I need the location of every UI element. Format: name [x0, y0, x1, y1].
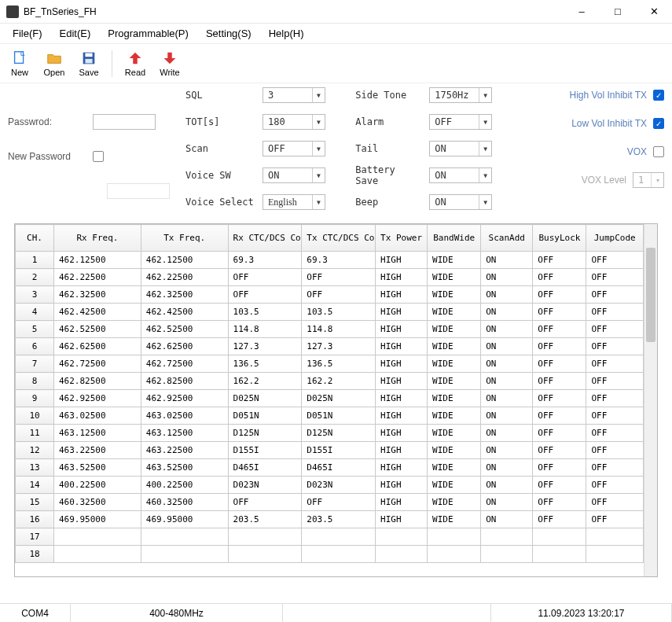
cell-tx-freq[interactable]: 462.82500: [141, 373, 228, 390]
cell-tx-code[interactable]: [302, 546, 376, 563]
save-button[interactable]: Save: [75, 50, 102, 77]
tail-combo[interactable]: ON▼: [429, 141, 492, 156]
cell-ch[interactable]: 3: [16, 286, 54, 304]
cell-busylock[interactable]: [533, 528, 586, 546]
col-tx-code[interactable]: Tx CTC/DCS Code: [302, 225, 376, 252]
cell-ch[interactable]: 1: [16, 252, 54, 269]
cell-jumpcode[interactable]: [586, 546, 644, 563]
cell-rx-code[interactable]: [228, 528, 302, 546]
cell-rx-freq[interactable]: 463.22500: [54, 442, 141, 459]
table-row[interactable]: 8462.82500462.82500162.2162.2HIGHWIDEONO…: [16, 373, 644, 390]
cell-tx-code[interactable]: 203.5: [302, 511, 376, 528]
cell-bandwide[interactable]: WIDE: [428, 442, 481, 459]
cell-tx-code[interactable]: 114.8: [302, 321, 376, 338]
cell-bandwide[interactable]: WIDE: [428, 494, 481, 511]
open-button[interactable]: Open: [41, 50, 68, 77]
cell-scanadd[interactable]: ON: [481, 425, 533, 442]
cell-busylock[interactable]: OFF: [533, 459, 586, 477]
cell-tx-code[interactable]: OFF: [302, 494, 376, 511]
cell-tx-power[interactable]: HIGH: [376, 442, 428, 459]
menu-programmable[interactable]: Programmable(P): [100, 25, 196, 42]
cell-tx-power[interactable]: HIGH: [376, 286, 428, 304]
menu-edit[interactable]: Edit(E): [52, 25, 99, 42]
cell-scanadd[interactable]: [481, 546, 533, 563]
cell-ch[interactable]: 8: [16, 373, 54, 390]
cell-rx-freq[interactable]: 462.52500: [54, 321, 141, 338]
table-row[interactable]: 7462.72500462.72500136.5136.5HIGHWIDEONO…: [16, 355, 644, 373]
cell-tx-power[interactable]: HIGH: [376, 269, 428, 286]
table-row[interactable]: 9462.92500462.92500D025ND025NHIGHWIDEONO…: [16, 390, 644, 407]
cell-rx-freq[interactable]: 462.42500: [54, 304, 141, 321]
cell-busylock[interactable]: OFF: [533, 477, 586, 494]
vox-checkbox[interactable]: [653, 146, 664, 157]
cell-rx-freq[interactable]: 462.82500: [54, 373, 141, 390]
cell-jumpcode[interactable]: OFF: [586, 269, 644, 286]
cell-busylock[interactable]: OFF: [533, 494, 586, 511]
menu-help[interactable]: Help(H): [261, 25, 312, 42]
cell-tx-power[interactable]: HIGH: [376, 304, 428, 321]
new-password-checkbox[interactable]: [93, 151, 104, 162]
cell-rx-code[interactable]: 203.5: [228, 511, 302, 528]
col-tx-freq[interactable]: Tx Freq.: [141, 225, 228, 252]
cell-tx-power[interactable]: HIGH: [376, 494, 428, 511]
cell-tx-code[interactable]: D465I: [302, 459, 376, 477]
cell-scanadd[interactable]: ON: [481, 442, 533, 459]
cell-rx-freq[interactable]: 463.02500: [54, 407, 141, 425]
table-row[interactable]: 12463.22500463.22500D155ID155IHIGHWIDEON…: [16, 442, 644, 459]
table-row[interactable]: 17: [16, 528, 644, 546]
cell-rx-code[interactable]: D025N: [228, 390, 302, 407]
cell-ch[interactable]: 4: [16, 304, 54, 321]
cell-bandwide[interactable]: WIDE: [428, 390, 481, 407]
cell-tx-power[interactable]: HIGH: [376, 338, 428, 355]
cell-busylock[interactable]: OFF: [533, 338, 586, 355]
cell-jumpcode[interactable]: OFF: [586, 338, 644, 355]
sql-combo[interactable]: 3▼: [263, 87, 325, 103]
cell-ch[interactable]: 6: [16, 338, 54, 355]
cell-scanadd[interactable]: ON: [481, 286, 533, 304]
cell-tx-power[interactable]: HIGH: [376, 477, 428, 494]
cell-scanadd[interactable]: [481, 528, 533, 546]
cell-rx-freq[interactable]: 469.95000: [54, 511, 141, 528]
cell-ch[interactable]: 17: [16, 528, 54, 546]
cell-bandwide[interactable]: WIDE: [428, 269, 481, 286]
cell-busylock[interactable]: OFF: [533, 321, 586, 338]
voice-sw-combo[interactable]: ON▼: [263, 167, 325, 183]
cell-rx-code[interactable]: 136.5: [228, 355, 302, 373]
cell-rx-code[interactable]: OFF: [228, 286, 302, 304]
side-tone-combo[interactable]: 1750Hz▼: [429, 87, 492, 103]
read-button[interactable]: Read: [122, 50, 149, 77]
cell-rx-freq[interactable]: 462.62500: [54, 338, 141, 355]
cell-scanadd[interactable]: ON: [481, 338, 533, 355]
cell-tx-freq[interactable]: 469.95000: [141, 511, 228, 528]
cell-ch[interactable]: 11: [16, 425, 54, 442]
cell-ch[interactable]: 5: [16, 321, 54, 338]
cell-tx-power[interactable]: HIGH: [376, 407, 428, 425]
cell-tx-code[interactable]: D125N: [302, 425, 376, 442]
col-bandwide[interactable]: BandWide: [428, 225, 481, 252]
cell-rx-freq[interactable]: 462.92500: [54, 390, 141, 407]
cell-jumpcode[interactable]: OFF: [586, 355, 644, 373]
cell-tx-freq[interactable]: 463.52500: [141, 459, 228, 477]
cell-tx-power[interactable]: [376, 528, 428, 546]
cell-busylock[interactable]: OFF: [533, 252, 586, 269]
cell-scanadd[interactable]: ON: [481, 407, 533, 425]
cell-tx-power[interactable]: HIGH: [376, 355, 428, 373]
voice-select-combo[interactable]: English▼: [263, 194, 325, 210]
table-row[interactable]: 10463.02500463.02500D051ND051NHIGHWIDEON…: [16, 407, 644, 425]
cell-bandwide[interactable]: WIDE: [428, 373, 481, 390]
cell-rx-code[interactable]: 103.5: [228, 304, 302, 321]
col-jumpcode[interactable]: JumpCode: [586, 225, 644, 252]
cell-tx-freq[interactable]: [141, 546, 228, 563]
cell-ch[interactable]: 14: [16, 477, 54, 494]
cell-jumpcode[interactable]: OFF: [586, 442, 644, 459]
cell-jumpcode[interactable]: OFF: [586, 304, 644, 321]
cell-rx-freq[interactable]: 462.72500: [54, 355, 141, 373]
cell-jumpcode[interactable]: OFF: [586, 477, 644, 494]
cell-tx-freq[interactable]: 462.52500: [141, 321, 228, 338]
scrollbar-thumb[interactable]: [646, 248, 655, 342]
cell-tx-freq[interactable]: 463.02500: [141, 407, 228, 425]
cell-busylock[interactable]: OFF: [533, 304, 586, 321]
cell-ch[interactable]: 12: [16, 442, 54, 459]
cell-ch[interactable]: 9: [16, 390, 54, 407]
cell-rx-code[interactable]: D023N: [228, 477, 302, 494]
